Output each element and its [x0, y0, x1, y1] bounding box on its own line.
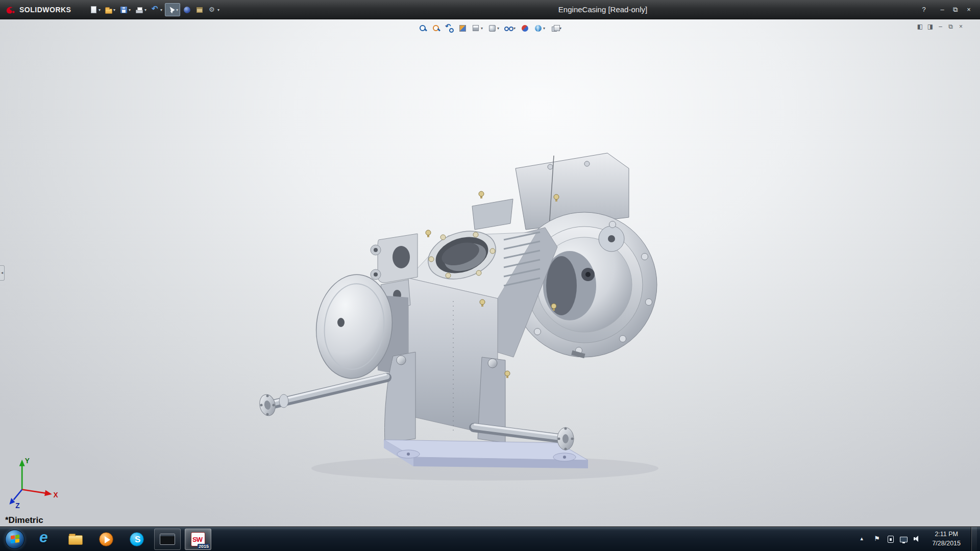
- hide-show-items-icon: [504, 24, 512, 32]
- pane-right-button[interactable]: ◨: [926, 22, 934, 31]
- clock-time: 2:11 PM: [932, 530, 961, 539]
- print-button[interactable]: ▾: [133, 3, 149, 16]
- heads-up-view-toolbar: ▾▾▾▾▾: [416, 21, 564, 35]
- show-desktop-button[interactable]: [971, 527, 977, 551]
- print-icon: [136, 10, 143, 13]
- dropdown-arrow-icon[interactable]: ▾: [513, 26, 516, 31]
- window-title: EngineCasing [Read-only]: [531, 0, 675, 19]
- system-tray: 2:11 PM 7/28/2015: [859, 527, 980, 551]
- dropdown-arrow-icon[interactable]: ▾: [497, 26, 499, 31]
- new-document-button[interactable]: ▾: [88, 3, 103, 16]
- apply-scene-button[interactable]: ▾: [532, 21, 547, 35]
- restore-document-button[interactable]: ⧉: [947, 22, 954, 31]
- app-name: SOLIDWORKS: [19, 6, 71, 14]
- section-view-button[interactable]: [456, 21, 469, 35]
- file-explorer-taskbar-button[interactable]: [62, 529, 89, 550]
- windows-logo-icon: [5, 530, 24, 549]
- internet-explorer-taskbar-button[interactable]: [32, 529, 58, 550]
- minimize-button[interactable]: –: [936, 4, 948, 15]
- triad-y-label: Y: [25, 457, 30, 465]
- edit-appearance-icon: [522, 25, 528, 32]
- display-style-icon: [488, 25, 495, 32]
- engine-casing-model: [0, 19, 980, 527]
- new-document-icon: [91, 6, 96, 13]
- close-button[interactable]: ×: [963, 4, 975, 15]
- display-style-button[interactable]: ▾: [486, 21, 501, 35]
- volume-icon[interactable]: [914, 535, 922, 543]
- file-explorer-icon: [68, 535, 83, 545]
- feature-manager-collapse-tab[interactable]: ◂: [0, 265, 5, 281]
- internet-explorer-icon: [37, 532, 53, 547]
- open-document-button[interactable]: ▾: [103, 3, 117, 16]
- taskbar-clock[interactable]: 2:11 PM 7/28/2015: [928, 530, 965, 548]
- open-document-icon: [105, 9, 112, 14]
- file-properties-button[interactable]: [193, 3, 206, 16]
- titlebar: SOLIDWORKS ▾▾▾▾▾▾▾ EngineCasing [Read-on…: [0, 0, 980, 19]
- close-document-button[interactable]: ×: [957, 22, 965, 31]
- apply-scene-icon: [535, 25, 542, 32]
- orientation-triad: Y X Z: [6, 450, 62, 512]
- desktop: SOLIDWORKS ▾▾▾▾▾▾▾ EngineCasing [Read-on…: [0, 0, 980, 551]
- rebuild-icon: [184, 7, 190, 13]
- taskbar-items: 2015: [32, 527, 211, 551]
- edit-appearance-button[interactable]: [519, 21, 531, 35]
- taskbar: 2015 2:11 PM 7/28/2015: [0, 527, 980, 551]
- file-properties-icon: [197, 7, 203, 13]
- window-controls: ?–⧉×: [918, 0, 975, 19]
- action-center-flag-icon[interactable]: [873, 535, 881, 543]
- media-player-taskbar-button[interactable]: [93, 529, 119, 550]
- power-icon[interactable]: [888, 536, 894, 543]
- dropdown-arrow-icon[interactable]: ▾: [543, 26, 545, 31]
- dropdown-arrow-icon[interactable]: ▾: [113, 8, 115, 12]
- view-settings-button[interactable]: ▾: [548, 21, 564, 35]
- solidworks-menu-logo[interactable]: SOLIDWORKS: [5, 0, 71, 19]
- zoom-to-area-icon: [432, 24, 440, 32]
- document-window-controls: ◧◨–⧉×: [916, 22, 965, 31]
- options-icon: [208, 6, 216, 14]
- base-plate: [384, 440, 588, 468]
- dropdown-arrow-icon[interactable]: ▾: [176, 8, 178, 12]
- skype-icon: [130, 532, 144, 546]
- triad-z-label: Z: [15, 502, 19, 510]
- display-icon[interactable]: [900, 537, 908, 542]
- rebuild-button[interactable]: [181, 3, 193, 16]
- dropdown-arrow-icon[interactable]: ▾: [144, 8, 146, 12]
- standard-toolbar: ▾▾▾▾▾▾▾: [88, 0, 222, 19]
- previous-view-button[interactable]: [443, 21, 455, 35]
- media-player-icon: [99, 532, 113, 546]
- zoom-to-area-button[interactable]: [430, 21, 442, 35]
- command-prompt-icon: [160, 534, 175, 545]
- view-orientation-label: *Dimetric: [5, 515, 43, 525]
- dropdown-arrow-icon[interactable]: ▾: [217, 8, 219, 12]
- dropdown-arrow-icon[interactable]: ▾: [129, 8, 131, 12]
- view-settings-icon: [552, 27, 557, 32]
- dropdown-arrow-icon[interactable]: ▾: [481, 26, 483, 31]
- dropdown-arrow-icon[interactable]: ▾: [99, 8, 101, 12]
- pane-left-button[interactable]: ◧: [916, 22, 924, 31]
- dropdown-arrow-icon[interactable]: ▾: [160, 8, 162, 12]
- zoom-to-fit-button[interactable]: [416, 21, 429, 35]
- solidworks-taskbar-button[interactable]: 2015: [185, 529, 211, 550]
- tray-icons: [859, 535, 922, 543]
- select-button[interactable]: ▾: [165, 3, 180, 16]
- minimize-document-button[interactable]: –: [937, 22, 944, 31]
- triad-x-label: X: [54, 491, 59, 499]
- skype-taskbar-button[interactable]: [124, 529, 150, 550]
- zoom-to-fit-icon: [419, 24, 427, 32]
- restore-button[interactable]: ⧉: [949, 4, 962, 15]
- view-orientation-button[interactable]: ▾: [470, 21, 485, 35]
- save-icon: [120, 7, 127, 13]
- command-prompt-taskbar-button[interactable]: [154, 529, 181, 550]
- options-button[interactable]: ▾: [206, 3, 222, 16]
- select-icon: [167, 6, 175, 14]
- save-button[interactable]: ▾: [118, 3, 133, 16]
- undo-button[interactable]: ▾: [149, 3, 164, 16]
- section-view-icon: [459, 25, 465, 32]
- graphics-viewport[interactable]: ▾▾▾▾▾ ◧◨–⧉× ◂ Y X Z *Dimetric: [0, 19, 980, 527]
- solidworks-badge: 2015: [198, 544, 210, 549]
- hidden-icons-chevron-icon[interactable]: [859, 535, 867, 543]
- start-button[interactable]: [0, 527, 30, 551]
- hide-show-items-button[interactable]: ▾: [502, 21, 518, 35]
- help-button[interactable]: ?: [918, 4, 930, 15]
- clock-date: 7/28/2015: [932, 539, 961, 548]
